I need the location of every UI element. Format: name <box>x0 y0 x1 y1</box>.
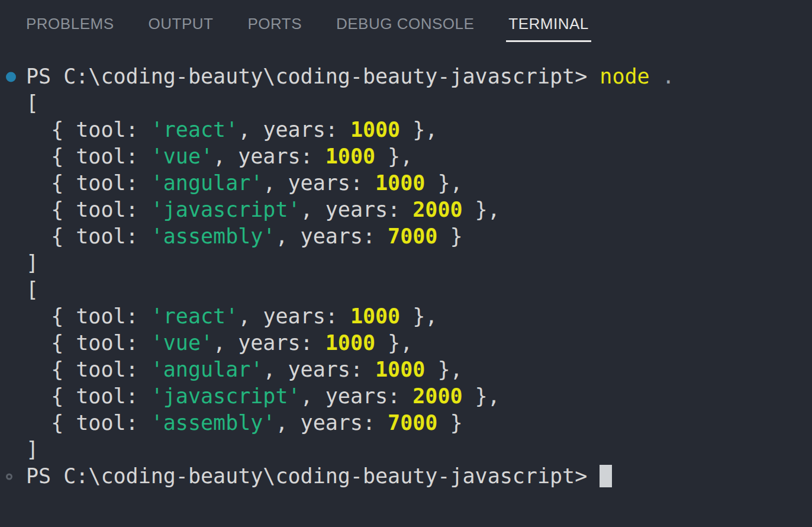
terminal-text-segment: PS C:\coding-beauty\coding-beauty-javasc… <box>26 65 600 88</box>
terminal-text-segment: ] <box>26 251 38 275</box>
terminal-line: PS C:\coding-beauty\coding-beauty-javasc… <box>26 63 812 90</box>
tab-bar: PROBLEMS OUTPUT PORTS DEBUG CONSOLE TERM… <box>0 0 812 42</box>
terminal-text-segment: , years: <box>213 144 326 168</box>
terminal-line: { tool: 'angular', years: 1000 }, <box>26 170 812 197</box>
terminal-text-segment: }, <box>400 304 437 328</box>
terminal-text-segment: { tool: <box>26 411 151 435</box>
terminal-text-segment: 7000 <box>388 411 437 435</box>
terminal-line: { tool: 'react', years: 1000 }, <box>26 117 812 143</box>
terminal-text-segment: , years: <box>301 198 413 221</box>
tab-debug-console[interactable]: DEBUG CONSOLE <box>336 0 474 42</box>
tab-ports[interactable]: PORTS <box>247 0 302 42</box>
terminal-text-segment: 1000 <box>375 358 425 381</box>
terminal-text-segment: node <box>600 65 649 88</box>
terminal-text-segment: 'assembly' <box>151 411 276 435</box>
terminal-text-segment: { tool: <box>26 304 151 328</box>
prompt-decoration-icon[interactable] <box>6 473 12 480</box>
terminal-text-segment: , years: <box>275 411 388 435</box>
terminal-text-segment: 1000 <box>326 144 375 168</box>
terminal-text-segment: 1000 <box>375 171 425 195</box>
terminal-line: ] <box>26 436 812 463</box>
terminal-text-segment: } <box>437 224 462 248</box>
terminal-text-segment: , years: <box>263 171 375 195</box>
terminal-text-segment: 'javascript' <box>151 198 301 221</box>
terminal-text-segment: 'javascript' <box>151 384 301 408</box>
terminal-text-segment: 'vue' <box>151 144 213 168</box>
terminal-text-segment: , years: <box>238 118 350 142</box>
terminal-text-segment: { tool: <box>26 118 151 142</box>
tab-problems[interactable]: PROBLEMS <box>26 0 114 42</box>
terminal-text-segment: , years: <box>213 331 326 355</box>
terminal-line: { tool: 'assembly', years: 7000 } <box>26 410 812 436</box>
terminal-text-segment: 'angular' <box>151 171 263 195</box>
terminal-line: { tool: 'javascript', years: 2000 }, <box>26 383 812 410</box>
terminal-text-segment: 7000 <box>388 224 437 248</box>
terminal-text-segment: , years: <box>301 384 413 408</box>
terminal-text-segment: [ <box>26 91 38 115</box>
terminal-text-segment: }, <box>463 198 500 221</box>
terminal-line: [ <box>26 90 812 117</box>
terminal-line: { tool: 'assembly', years: 7000 } <box>26 223 812 250</box>
terminal-text-segment: 1000 <box>350 118 400 142</box>
terminal-output-area[interactable]: PS C:\coding-beauty\coding-beauty-javasc… <box>0 42 812 490</box>
tab-terminal[interactable]: TERMINAL <box>508 0 588 42</box>
terminal-line: { tool: 'angular', years: 1000 }, <box>26 356 812 383</box>
terminal-text-segment: { tool: <box>26 198 151 221</box>
terminal-text-segment: 'assembly' <box>151 224 276 248</box>
terminal-line: ] <box>26 250 812 277</box>
terminal-text-segment: }, <box>400 118 437 142</box>
terminal-text-segment: PS C:\coding-beauty\coding-beauty-javasc… <box>26 464 600 488</box>
panel: PROBLEMS OUTPUT PORTS DEBUG CONSOLE TERM… <box>0 0 812 490</box>
terminal-text-segment: }, <box>425 171 462 195</box>
terminal-line: [ <box>26 277 812 303</box>
terminal-line: { tool: 'vue', years: 1000 }, <box>26 330 812 356</box>
terminal-text-segment: 'angular' <box>151 358 263 381</box>
terminal-text-segment <box>650 65 662 88</box>
terminal-text-segment: } <box>437 411 462 435</box>
terminal-cursor <box>600 465 612 487</box>
terminal-line: { tool: 'javascript', years: 2000 }, <box>26 197 812 223</box>
command-decoration-icon[interactable] <box>6 72 16 82</box>
terminal-text-segment: }, <box>375 144 413 168</box>
terminal-text-segment: { tool: <box>26 224 151 248</box>
terminal-text-segment: , years: <box>263 358 375 381</box>
terminal-text-segment: 'vue' <box>151 331 213 355</box>
tab-output[interactable]: OUTPUT <box>149 0 214 42</box>
terminal-text-segment: { tool: <box>26 358 151 381</box>
terminal-text-segment: 2000 <box>413 198 462 221</box>
terminal-text-segment: }, <box>463 384 500 408</box>
terminal-text-segment: , years: <box>275 224 388 248</box>
terminal-text-segment: 'react' <box>151 304 239 328</box>
terminal-line: { tool: 'vue', years: 1000 }, <box>26 143 812 170</box>
terminal-text-segment: . <box>662 65 675 88</box>
terminal-text-segment: 'react' <box>151 118 239 142</box>
terminal-text-segment: { tool: <box>26 384 151 408</box>
terminal-text-segment: { tool: <box>26 144 151 168</box>
terminal-text-segment: 1000 <box>326 331 375 355</box>
terminal-line: { tool: 'react', years: 1000 }, <box>26 303 812 330</box>
terminal-text-segment: 1000 <box>350 304 400 328</box>
terminal-text-segment: ] <box>26 438 38 461</box>
terminal-text-segment: }, <box>425 358 462 381</box>
terminal-text-segment: { tool: <box>26 171 151 195</box>
terminal-text-segment: }, <box>375 331 413 355</box>
terminal-text-segment: { tool: <box>26 331 151 355</box>
terminal-line: PS C:\coding-beauty\coding-beauty-javasc… <box>26 463 812 490</box>
terminal-text-segment: 2000 <box>413 384 462 408</box>
terminal-text-segment: [ <box>26 278 38 301</box>
terminal-text-segment: , years: <box>238 304 350 328</box>
